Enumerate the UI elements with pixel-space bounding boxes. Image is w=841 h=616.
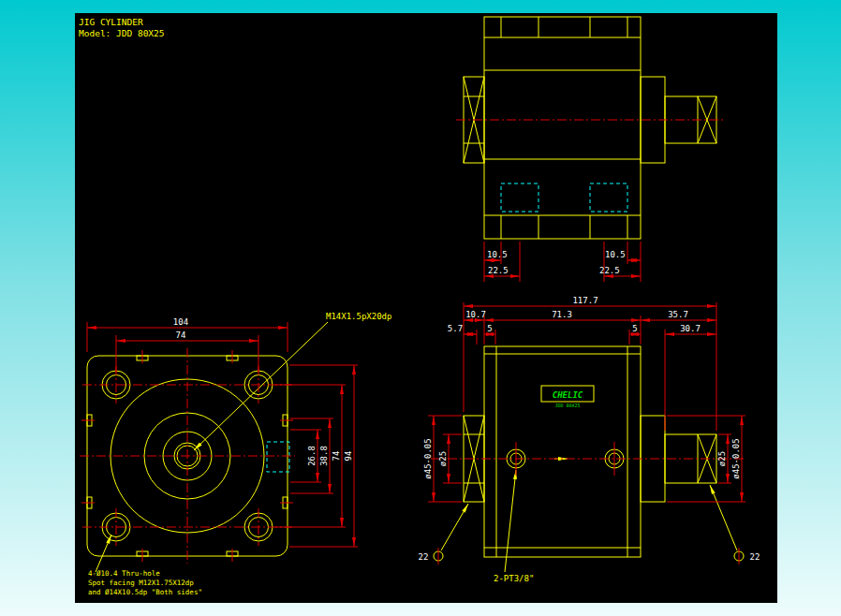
thread-leader-line xyxy=(194,322,328,450)
dim-38-8: 38.8 xyxy=(319,446,329,466)
balloon-label-right: 22 xyxy=(750,552,760,562)
balloon-leader-right xyxy=(710,485,737,550)
dim-22-5-right: 22.5 xyxy=(599,266,620,275)
dim-rod-dia-left: ø25 xyxy=(438,451,448,466)
hole-note-line-2: Spot facing M12X1.75X12dp xyxy=(88,579,194,587)
dim-boss-dia-right: ø45-0.05 xyxy=(731,438,741,478)
dim-rod-dia-right: ø25 xyxy=(717,451,727,466)
cad-drawing: JIG CYLINDER Model: JDD 80X25 xyxy=(75,13,777,603)
top-view-hidden-slots xyxy=(501,183,627,212)
dim-71-3: 71.3 xyxy=(552,310,572,319)
side-view: 117.7 10.7 71.3 35.7 5.7 5 5 30.7 ø25 ø4… xyxy=(419,296,760,583)
dim-boss-dia-left: ø45-0.05 xyxy=(423,438,433,478)
dim-bolt-spacing-74: 74 xyxy=(176,330,186,340)
dim-5-left: 5 xyxy=(487,324,492,333)
brand-logo-subtext: JDD 80X25 xyxy=(554,403,580,408)
front-view-geometry xyxy=(87,322,328,572)
dim-total-117-7: 117.7 xyxy=(572,296,598,305)
balloon-leader-left xyxy=(441,504,468,550)
side-view-dimension-lines xyxy=(428,302,745,565)
note-leader-line xyxy=(96,535,111,572)
drawing-title: JIG CYLINDER xyxy=(79,17,143,27)
top-view-geometry xyxy=(464,17,716,239)
front-view-dimension-lines xyxy=(80,322,358,564)
dim-width-104: 104 xyxy=(173,317,188,327)
dim-10-5-left: 10.5 xyxy=(487,250,508,259)
piston-rod xyxy=(665,96,716,143)
drawing-model: Model: JDD 80X25 xyxy=(79,28,165,38)
balloon-label-left: 22 xyxy=(419,552,429,562)
cad-viewport[interactable]: JIG CYLINDER Model: JDD 80X25 xyxy=(75,13,777,603)
dim-35-7: 35.7 xyxy=(668,310,688,319)
dim-5-right: 5 xyxy=(632,324,637,333)
brand-logo-text: CHELIC xyxy=(553,390,583,400)
dim-10-7: 10.7 xyxy=(465,310,486,319)
dim-30-7: 30.7 xyxy=(680,324,701,333)
dim-74-vertical: 74 xyxy=(332,451,341,462)
dim-5-7: 5.7 xyxy=(448,324,463,333)
dim-10-5-right: 10.5 xyxy=(605,250,626,259)
front-view: 104 74 94 74 38.8 26.8 M14X1.5pX20dp 4-Ø… xyxy=(80,312,391,596)
dim-22-5-left: 22.5 xyxy=(488,266,509,275)
thread-callout-label: M14X1.5pX20dp xyxy=(326,312,391,321)
body-outline-side xyxy=(484,346,641,557)
hole-note-line-1: 4-Ø10.4 Thru-hole xyxy=(88,569,160,578)
hole-note-line-3: and Ø14X10.5dp "Both sides" xyxy=(88,588,202,596)
port-callout-label: 2-PT3/8" xyxy=(494,574,534,583)
dim-94: 94 xyxy=(344,451,353,462)
front-view-hidden-port xyxy=(267,442,289,472)
drawing-title-block: JIG CYLINDER Model: JDD 80X25 xyxy=(79,17,165,38)
top-view: 10.5 22.5 10.5 22.5 xyxy=(456,17,726,282)
dim-26-8: 26.8 xyxy=(307,446,317,466)
